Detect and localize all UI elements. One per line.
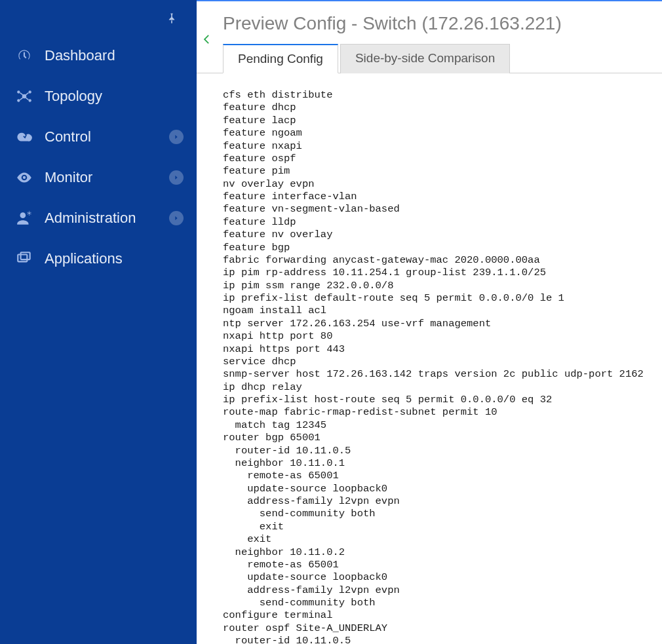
applications-icon bbox=[14, 250, 34, 267]
administration-icon bbox=[14, 210, 34, 227]
svg-point-4 bbox=[29, 99, 31, 102]
sidebar-item-control[interactable]: Control bbox=[0, 117, 197, 157]
tab-label: Pending Config bbox=[238, 52, 323, 66]
svg-point-3 bbox=[17, 99, 20, 102]
svg-rect-7 bbox=[18, 255, 27, 262]
sidebar-item-administration[interactable]: Administration bbox=[0, 198, 197, 238]
svg-point-2 bbox=[29, 90, 31, 93]
sidebar-pin-row bbox=[0, 5, 197, 35]
sidebar: Dashboard Topology Control Monitor bbox=[0, 0, 197, 644]
chevron-right-icon bbox=[169, 130, 184, 144]
monitor-icon bbox=[14, 169, 34, 186]
app-root: Dashboard Topology Control Monitor bbox=[0, 0, 662, 644]
sidebar-item-label: Topology bbox=[45, 88, 184, 105]
sidebar-item-topology[interactable]: Topology bbox=[0, 76, 197, 117]
control-icon bbox=[14, 128, 34, 145]
config-body[interactable]: cfs eth distribute feature dhcp feature … bbox=[197, 73, 662, 644]
topology-icon bbox=[14, 88, 34, 105]
svg-point-6 bbox=[28, 212, 30, 214]
pin-icon[interactable] bbox=[165, 12, 178, 28]
chevron-right-icon bbox=[169, 211, 184, 225]
main-panel: Preview Config - Switch (172.26.163.221)… bbox=[197, 0, 662, 644]
sidebar-item-label: Control bbox=[45, 128, 159, 145]
sidebar-item-dashboard[interactable]: Dashboard bbox=[0, 35, 197, 76]
sidebar-item-monitor[interactable]: Monitor bbox=[0, 157, 197, 198]
sidebar-item-label: Applications bbox=[45, 250, 184, 267]
svg-rect-8 bbox=[21, 252, 30, 259]
sidebar-item-applications[interactable]: Applications bbox=[0, 238, 197, 279]
tab-side-by-side[interactable]: Side-by-side Comparison bbox=[340, 44, 510, 73]
svg-point-1 bbox=[17, 90, 20, 93]
chevron-right-icon bbox=[169, 170, 184, 185]
sidebar-item-label: Administration bbox=[45, 210, 159, 227]
sidebar-item-label: Dashboard bbox=[45, 47, 184, 64]
page-title: Preview Config - Switch (172.26.163.221) bbox=[223, 13, 642, 34]
page-header: Preview Config - Switch (172.26.163.221) bbox=[197, 1, 662, 43]
tab-label: Side-by-side Comparison bbox=[355, 51, 495, 65]
sidebar-item-label: Monitor bbox=[45, 169, 159, 186]
config-text: cfs eth distribute feature dhcp feature … bbox=[223, 89, 649, 644]
dashboard-icon bbox=[14, 47, 34, 64]
tab-pending-config[interactable]: Pending Config bbox=[223, 44, 338, 73]
svg-point-5 bbox=[20, 212, 26, 218]
back-arrow-icon[interactable] bbox=[197, 33, 216, 50]
tab-bar: Pending Config Side-by-side Comparison bbox=[197, 43, 662, 73]
